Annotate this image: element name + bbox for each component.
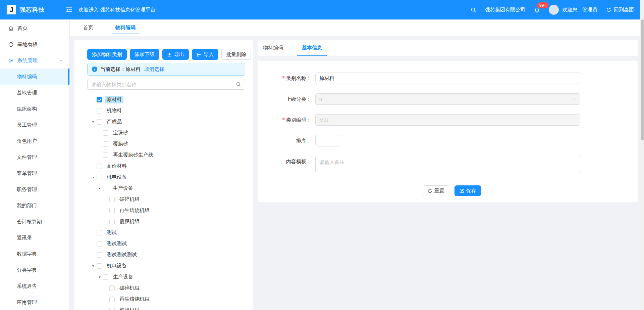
tree-node-label[interactable]: 产成品 (105, 118, 123, 126)
sidebar-item-0[interactable]: 首页 (0, 20, 69, 36)
tree-node-label[interactable]: 宝珠砂 (111, 129, 130, 137)
menu-fold-icon[interactable] (66, 7, 72, 13)
tree-checkbox[interactable] (103, 152, 108, 158)
detail-tab-1[interactable]: 基本信息 (302, 40, 322, 56)
sidebar-item-3[interactable]: 物料编码 (0, 69, 69, 85)
tree-node-label[interactable]: 机物料 (105, 107, 123, 115)
tree-node-label[interactable]: 测试 (105, 229, 118, 236)
sidebar-item-14[interactable]: 数据字典 (0, 246, 69, 262)
tree-node-label[interactable]: 再生覆膜砂生产线 (111, 151, 155, 159)
tree-node-label[interactable]: 破碎机组 (118, 284, 141, 292)
reset-button[interactable]: 重置 (423, 185, 449, 196)
tree-node-16[interactable]: 生产设备 (87, 271, 245, 282)
tree-checkbox[interactable] (97, 97, 102, 102)
tree-node-9[interactable]: 破碎机组 (87, 194, 245, 205)
search-icon[interactable] (236, 82, 241, 87)
detail-tab-0[interactable]: 物料编码 (263, 40, 283, 56)
sidebar-item-2[interactable]: 系统管理 (0, 52, 69, 69)
toolbar-button-0[interactable]: 添加物料类别 (87, 49, 127, 60)
sidebar-item-10[interactable]: 职务管理 (0, 181, 69, 197)
sidebar-item-15[interactable]: 分类字典 (0, 262, 69, 278)
sidebar-item-7[interactable]: 角色用户 (0, 133, 69, 149)
cancel-selection-link[interactable]: 取消选择 (144, 66, 164, 73)
toolbar-button-2[interactable]: 导出 (162, 49, 189, 60)
tree-node-0[interactable]: 原材料 (87, 94, 245, 105)
avatar[interactable] (549, 5, 559, 15)
nav-tab-0[interactable]: 首页 (83, 19, 93, 36)
tree-node-label[interactable]: 测试测试测试 (105, 251, 139, 259)
tree-checkbox[interactable] (97, 175, 102, 180)
tree-node-11[interactable]: 覆膜机组 (87, 216, 245, 227)
tree-node-label[interactable]: 破碎机组 (118, 195, 141, 203)
tree-node-6[interactable]: 高价材料 (87, 161, 245, 172)
tree-node-10[interactable]: 再生焙烧机组 (87, 205, 245, 216)
search-icon[interactable] (471, 7, 476, 13)
sidebar-item-9[interactable]: 菜单管理 (0, 165, 69, 181)
parent-category-select[interactable]: 0 (315, 93, 580, 105)
tree-node-5[interactable]: 再生覆膜砂生产线 (87, 149, 245, 161)
caret-down-icon[interactable] (90, 264, 97, 268)
tree-node-4[interactable]: 覆膜砂 (87, 138, 245, 149)
scrollbar-thumb[interactable] (641, 19, 644, 140)
sidebar-item-12[interactable]: 会计核算期 (0, 214, 69, 230)
caret-down-icon[interactable] (90, 120, 97, 124)
tree-node-label[interactable]: 高价材料 (105, 162, 128, 170)
tree-node-label[interactable]: 机电设备 (105, 173, 128, 181)
tree-node-1[interactable]: 机物料 (87, 105, 245, 116)
tree-checkbox[interactable] (109, 208, 115, 213)
toolbar-button-4[interactable]: 批量删除 (221, 49, 251, 60)
tree-node-13[interactable]: 测试测试 (87, 238, 245, 249)
sidebar-item-4[interactable]: 基地管理 (0, 85, 69, 101)
tree-checkbox[interactable] (109, 297, 115, 302)
tree-checkbox[interactable] (97, 263, 102, 269)
tree-node-label[interactable]: 再生焙烧机组 (118, 295, 151, 303)
tree-node-label[interactable]: 原材料 (105, 96, 123, 103)
tree-node-label[interactable]: 生产设备 (111, 273, 135, 281)
caret-down-icon[interactable] (96, 275, 103, 279)
sidebar-item-11[interactable]: 我的部门 (0, 197, 69, 214)
sidebar-item-5[interactable]: 组织架构 (0, 101, 69, 117)
tree-checkbox[interactable] (109, 197, 115, 202)
tree-node-label[interactable]: 机电设备 (105, 262, 128, 270)
toolbar-button-3[interactable]: 导入 (192, 49, 218, 60)
sidebar-item-8[interactable]: 文件管理 (0, 149, 69, 165)
tree-node-label[interactable]: 覆膜砂 (111, 140, 130, 148)
caret-down-icon[interactable] (96, 187, 103, 190)
tree-checkbox[interactable] (97, 252, 102, 258)
tree-checkbox[interactable] (97, 108, 102, 114)
caret-down-icon[interactable] (90, 176, 97, 179)
tree-node-19[interactable]: 覆膜机组 (87, 305, 245, 310)
sidebar-item-13[interactable]: 通讯录 (0, 230, 69, 246)
tree-checkbox[interactable] (97, 230, 102, 235)
notification-bell-icon[interactable]: 99+ (534, 7, 540, 13)
tree-node-label[interactable]: 生产设备 (111, 184, 135, 192)
tree-checkbox[interactable] (109, 308, 115, 310)
sidebar-item-6[interactable]: 员工管理 (0, 117, 69, 133)
tree-checkbox[interactable] (97, 164, 102, 169)
tree-checkbox[interactable] (103, 186, 108, 191)
tree-node-15[interactable]: 机电设备 (87, 260, 245, 271)
tree-node-label[interactable]: 测试测试 (105, 240, 128, 248)
tree-node-18[interactable]: 再生焙烧机组 (87, 294, 245, 305)
tree-node-label[interactable]: 覆膜机组 (118, 218, 141, 225)
tree-node-17[interactable]: 破碎机组 (87, 282, 245, 294)
tree-checkbox[interactable] (103, 274, 108, 280)
tree-node-12[interactable]: 测试 (87, 227, 245, 238)
tree-node-7[interactable]: 机电设备 (87, 172, 245, 183)
tree-node-14[interactable]: 测试测试测试 (87, 249, 245, 260)
back-to-desktop-button[interactable]: 回到桌面 (606, 7, 634, 13)
category-search-input[interactable] (91, 82, 233, 87)
tree-checkbox[interactable] (109, 285, 115, 291)
content-template-textarea[interactable] (315, 156, 580, 173)
sidebar-item-17[interactable]: 应用管理 (0, 294, 69, 310)
toolbar-button-1[interactable]: 添加下级 (130, 49, 159, 60)
tree-checkbox[interactable] (103, 141, 108, 147)
category-name-input[interactable] (315, 73, 580, 84)
tree-checkbox[interactable] (109, 219, 115, 224)
tree-checkbox[interactable] (97, 119, 102, 125)
sidebar-item-16[interactable]: 系统通告 (0, 278, 69, 294)
tree-node-label[interactable]: 覆膜机组 (118, 306, 141, 310)
save-button[interactable]: 保存 (454, 185, 481, 196)
tree-node-3[interactable]: 宝珠砂 (87, 127, 245, 138)
tree-node-label[interactable]: 再生焙烧机组 (118, 207, 151, 214)
